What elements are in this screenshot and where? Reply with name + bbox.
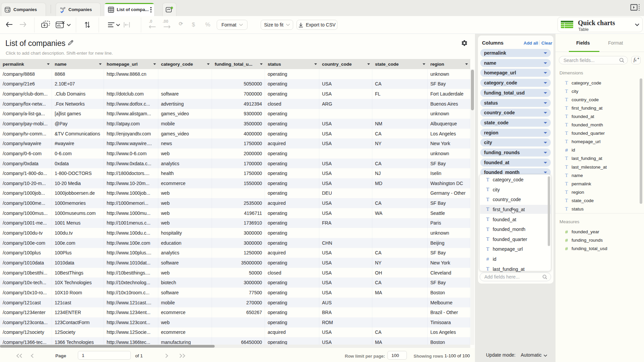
- svg-text:a: a: [8, 9, 9, 12]
